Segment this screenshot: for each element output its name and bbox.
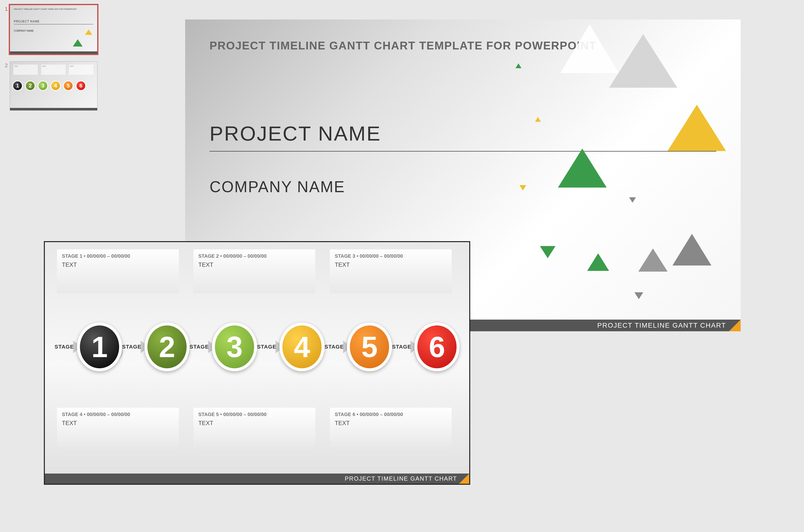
stage-3-text: TEXT xyxy=(335,261,447,268)
thumbnail-1[interactable]: PROJECT TIMELINE GANTT CHART TEMPLATE FO… xyxy=(10,5,97,54)
stage-num: 5 xyxy=(361,330,378,364)
thumb1-title: PROJECT TIMELINE GANTT CHART TEMPLATE FO… xyxy=(14,8,77,10)
circle-icon: 1 xyxy=(13,81,23,91)
stage-num: 3 xyxy=(226,330,243,364)
stage-5-text: TEXT xyxy=(198,420,311,426)
overlay-footer-text: PROJECT TIMELINE GANTT CHART xyxy=(345,475,457,482)
circle-icon: 3 xyxy=(38,81,48,91)
triangle-icon xyxy=(587,253,609,271)
stage-circle-3: 3 xyxy=(212,323,257,371)
stage-circle-6: 6 xyxy=(414,323,460,371)
stage-1-text: TEXT xyxy=(62,261,174,268)
footer-text: PROJECT TIMELINE GANTT CHART xyxy=(597,322,726,329)
stage-4-label: STAGE 4 • 00/00/00 – 00/00/00 xyxy=(62,412,174,417)
stage-box-2: STAGE 2 • 00/00/00 – 00/00/00 TEXT xyxy=(193,249,315,293)
stage-6-label: STAGE 6 • 00/00/00 – 00/00/00 xyxy=(335,412,447,417)
thumb2-stagebox: TEXT xyxy=(69,64,93,75)
stage-num: 6 xyxy=(429,330,445,364)
stage-6-text: TEXT xyxy=(335,420,447,426)
triangle-icon xyxy=(672,234,711,266)
thumb2-circles: 1 2 3 4 5 6 xyxy=(13,81,86,91)
triangle-icon xyxy=(516,63,521,68)
stage-1-label: STAGE 1 • 00/00/00 – 00/00/00 xyxy=(62,253,174,259)
thumb1-footer xyxy=(10,51,97,54)
stage-circles-row: STAGE 1 STAGE 2 STAGE 3 STAGE 4 STAGE 5 … xyxy=(55,315,460,379)
stage-arrow-label: STAGE xyxy=(257,344,276,350)
stage-circle-1: 1 xyxy=(77,323,122,371)
thumbnail-1-wrapper: 1 PROJECT TIMELINE GANTT CHART TEMPLATE … xyxy=(2,5,100,54)
circle-icon: 5 xyxy=(63,81,73,91)
stage-5-label: STAGE 5 • 00/00/00 – 00/00/00 xyxy=(198,412,311,417)
stage-circle-2: 2 xyxy=(145,323,190,371)
circle-icon: 4 xyxy=(51,81,61,91)
triangle-icon xyxy=(85,30,92,35)
thumbnail-1-number: 1 xyxy=(2,5,10,12)
overlay-footer: PROJECT TIMELINE GANTT CHART xyxy=(45,474,469,484)
triangle-down-icon xyxy=(540,246,556,258)
company-name: COMPANY NAME xyxy=(209,178,345,196)
triangle-icon xyxy=(638,248,668,272)
stage-box-3: STAGE 3 • 00/00/00 – 00/00/00 TEXT xyxy=(330,249,452,293)
stage-arrow-label: STAGE xyxy=(190,344,209,350)
triangle-icon xyxy=(558,149,607,188)
triangle-icon xyxy=(73,39,82,46)
circle-icon: 2 xyxy=(25,81,35,91)
footer-accent-icon xyxy=(459,474,469,484)
stage-num: 4 xyxy=(294,330,310,364)
thumbnail-2-number: 2 xyxy=(2,61,10,69)
overlay-slide[interactable]: STAGE 1 • 00/00/00 – 00/00/00 TEXT STAGE… xyxy=(44,241,470,485)
project-name: PROJECT NAME xyxy=(209,122,381,146)
thumbnail-2[interactable]: TEXT TEXT TEXT 1 2 3 4 5 6 xyxy=(10,61,97,111)
triangle-down-icon xyxy=(634,292,643,299)
stage-num: 1 xyxy=(91,330,108,364)
divider-line xyxy=(209,151,716,152)
stage-arrow-label: STAGE xyxy=(324,344,344,350)
triangle-icon xyxy=(668,105,726,151)
stage-3-label: STAGE 3 • 00/00/00 – 00/00/00 xyxy=(335,253,447,259)
circle-icon: 6 xyxy=(76,81,86,91)
thumb1-company: COMPANY NAME xyxy=(14,30,34,32)
stage-circle-4: 4 xyxy=(279,323,324,371)
stage-box-1: STAGE 1 • 00/00/00 – 00/00/00 TEXT xyxy=(57,249,179,293)
stage-4-text: TEXT xyxy=(62,420,174,426)
stage-arrow-label: STAGE xyxy=(122,344,141,350)
stage-arrow-label: STAGE xyxy=(392,344,411,350)
footer-accent-icon xyxy=(729,320,741,331)
stage-num: 2 xyxy=(159,330,175,364)
stage-circle-5: 5 xyxy=(347,323,392,371)
stage-box-5: STAGE 5 • 00/00/00 – 00/00/00 TEXT xyxy=(193,408,315,452)
thumb2-stagebox: TEXT xyxy=(41,64,66,75)
stage-box-6: STAGE 6 • 00/00/00 – 00/00/00 TEXT xyxy=(330,408,452,452)
stage-2-text: TEXT xyxy=(198,261,311,268)
stage-arrow-label: STAGE xyxy=(55,344,74,350)
stage-box-4: STAGE 4 • 00/00/00 – 00/00/00 TEXT xyxy=(57,408,179,452)
slide-title: PROJECT TIMELINE GANTT CHART TEMPLATE FO… xyxy=(209,39,596,52)
thumb2-stagebox: TEXT xyxy=(13,64,38,75)
triangle-down-icon xyxy=(629,197,636,203)
triangle-down-icon xyxy=(520,185,526,190)
thumbnail-2-wrapper: 2 TEXT TEXT TEXT 1 2 3 4 5 6 xyxy=(2,61,100,111)
triangle-icon xyxy=(609,34,677,88)
stage-2-label: STAGE 2 • 00/00/00 – 00/00/00 xyxy=(198,253,311,259)
thumb1-divider xyxy=(14,24,93,24)
thumb2-footer xyxy=(10,108,97,110)
thumb1-project: PROJECT NAME xyxy=(14,20,40,23)
triangle-icon xyxy=(535,117,541,122)
